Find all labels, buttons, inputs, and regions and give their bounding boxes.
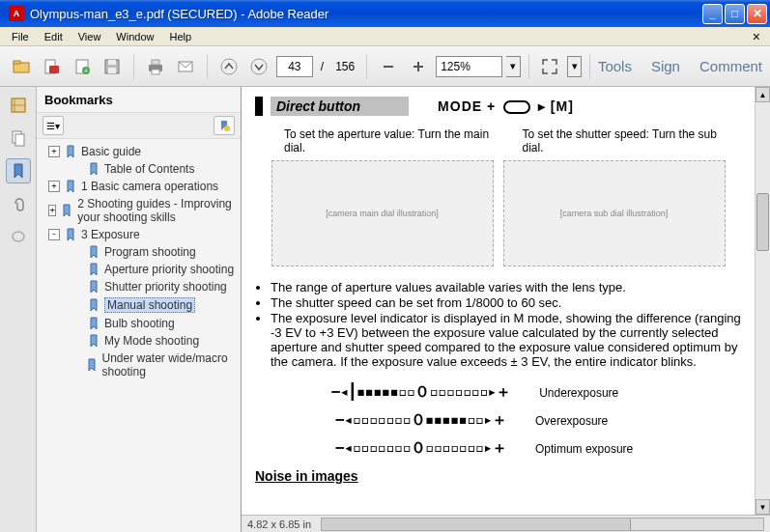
svg-point-24 xyxy=(224,126,230,131)
bookmark-icon xyxy=(87,334,100,348)
expand-toggle xyxy=(71,281,83,293)
bookmark-item[interactable]: +2 Shooting guides - Improving your shoo… xyxy=(39,195,239,226)
expand-toggle xyxy=(71,335,83,347)
bookmark-item[interactable]: -3 Exposure xyxy=(39,226,239,243)
comment-panel-button[interactable]: Comment xyxy=(699,58,762,74)
toolbar-separator xyxy=(207,54,208,79)
bookmark-item[interactable]: +1 Basic camera operations xyxy=(39,178,239,195)
bookmark-label: Bulb shooting xyxy=(104,317,175,330)
email-button[interactable] xyxy=(172,53,198,80)
svg-rect-3 xyxy=(49,66,59,73)
svg-rect-18 xyxy=(417,62,419,71)
attachments-tab[interactable] xyxy=(6,191,31,216)
window-titlebar: A Olympus-man_e3_e.pdf (SECURED) - Adobe… xyxy=(0,0,770,27)
scrollbar-thumb[interactable] xyxy=(756,193,769,251)
bookmarks-tab[interactable] xyxy=(6,158,31,183)
minimize-button[interactable]: _ xyxy=(702,4,723,24)
page-down-button[interactable] xyxy=(245,53,271,80)
page-up-button[interactable] xyxy=(215,53,242,80)
toolbar-separator xyxy=(366,54,367,79)
save-button[interactable] xyxy=(99,53,125,80)
sign-panel-button[interactable]: Sign xyxy=(651,58,680,74)
instruction-aperture: To set the aperture value: Turn the main… xyxy=(284,127,503,154)
menu-window[interactable]: Window xyxy=(108,29,161,44)
instruction-shutter: To set the shutter speed: Turn the sub d… xyxy=(523,127,742,154)
bookmark-label: My Mode shooting xyxy=(104,334,199,348)
vertical-scrollbar[interactable]: ▲ ▼ xyxy=(755,87,770,515)
bookmark-icon xyxy=(64,180,77,193)
bookmark-item[interactable]: Under water wide/macro shooting xyxy=(39,350,239,380)
page-dimensions: 4.82 x 6.85 in xyxy=(247,518,311,530)
create-pdf-button[interactable]: + xyxy=(69,53,95,80)
hscroll-thumb[interactable] xyxy=(322,518,631,530)
toolbar-separator xyxy=(528,54,529,79)
expand-toggle[interactable]: + xyxy=(48,181,60,192)
bookmark-label: 1 Basic camera operations xyxy=(81,180,218,193)
bookmark-icon xyxy=(64,228,77,241)
menu-help[interactable]: Help xyxy=(161,29,199,44)
bookmark-label: Aperture priority shooting xyxy=(104,263,234,276)
bookmark-item[interactable]: My Mode shooting xyxy=(39,332,239,350)
bookmarks-options-button[interactable]: ☰▾ xyxy=(43,116,64,135)
mdi-close-button[interactable]: × xyxy=(747,29,766,44)
svg-point-23 xyxy=(13,232,24,241)
maximize-button[interactable]: □ xyxy=(725,4,745,24)
expand-toggle[interactable]: + xyxy=(48,205,56,216)
svg-rect-11 xyxy=(152,60,159,65)
bookmark-item[interactable]: Table of Contents xyxy=(39,160,239,178)
page-number-input[interactable] xyxy=(276,56,313,77)
view-mode-dropdown[interactable]: ▾ xyxy=(567,56,582,77)
expand-toggle[interactable]: + xyxy=(48,146,60,157)
document-viewport[interactable]: Direct button MODE + ▸ [M] To set the ap… xyxy=(242,87,770,515)
direct-button-heading: Direct button xyxy=(271,97,409,116)
horizontal-scrollbar[interactable] xyxy=(321,518,764,531)
menu-edit[interactable]: Edit xyxy=(37,29,71,44)
zoom-dropdown-button[interactable]: ▾ xyxy=(506,56,521,77)
svg-rect-22 xyxy=(15,134,24,146)
exposure-scale-optimum: −◂▫▫▫▫▫▫▫０▫▫▫▫▫▫▫▸＋ xyxy=(335,438,506,459)
svg-rect-16 xyxy=(384,66,393,68)
bookmark-item[interactable]: Bulb shooting xyxy=(39,315,239,332)
bookmark-label: Table of Contents xyxy=(104,162,194,176)
bookmark-icon xyxy=(60,204,73,217)
bookmark-icon xyxy=(87,280,100,294)
menu-view[interactable]: View xyxy=(71,29,109,44)
thumbnails-tab[interactable] xyxy=(6,93,31,118)
bookmark-label: Manual shooting xyxy=(104,297,195,313)
scroll-down-button[interactable]: ▼ xyxy=(756,499,770,515)
bookmarks-panel: Bookmarks ☰▾ +Basic guideTable of Conten… xyxy=(37,87,242,532)
expand-toggle xyxy=(71,163,83,175)
bookmarks-title: Bookmarks xyxy=(37,87,241,112)
mode-dial-icon xyxy=(503,100,530,114)
bookmark-label: 2 Shooting guides - Improving your shoot… xyxy=(77,197,239,224)
pages-tab[interactable] xyxy=(6,126,31,151)
zoom-in-button[interactable] xyxy=(406,53,432,80)
bookmark-icon xyxy=(85,358,99,372)
svg-rect-8 xyxy=(108,60,116,65)
camera-sub-dial-illustration: [camera sub dial illustration] xyxy=(503,160,726,266)
bookmark-label: 3 Exposure xyxy=(81,228,140,241)
bookmark-item[interactable]: Aperture priority shooting xyxy=(39,261,239,278)
svg-point-14 xyxy=(221,59,237,74)
open-file-button[interactable] xyxy=(8,53,34,80)
expand-toggle[interactable]: - xyxy=(48,229,60,240)
new-bookmark-button[interactable] xyxy=(214,116,235,135)
page-total: 156 xyxy=(335,60,355,73)
scroll-up-button[interactable]: ▲ xyxy=(756,87,770,102)
bookmark-item[interactable]: +Basic guide xyxy=(39,143,239,160)
list-item: The shutter speed can be set from 1/8000… xyxy=(271,295,741,310)
print-button[interactable] xyxy=(142,53,168,80)
zoom-level-select[interactable]: 125% xyxy=(436,56,502,77)
close-button[interactable]: ✕ xyxy=(747,4,767,24)
zoom-out-button[interactable] xyxy=(375,53,401,80)
bookmark-item[interactable]: Shutter priority shooting xyxy=(39,278,239,295)
signatures-tab[interactable] xyxy=(6,224,31,249)
fit-page-button[interactable] xyxy=(537,53,563,80)
bookmark-item[interactable]: Manual shooting xyxy=(39,295,239,315)
export-pdf-button[interactable] xyxy=(38,53,64,80)
menu-file[interactable]: File xyxy=(4,29,37,44)
info-bullet-list: The range of aperture values available v… xyxy=(255,280,741,369)
bookmark-item[interactable]: Program shooting xyxy=(39,243,239,261)
bookmarks-tree[interactable]: +Basic guideTable of Contents+1 Basic ca… xyxy=(37,139,241,532)
tools-panel-button[interactable]: Tools xyxy=(598,58,632,74)
